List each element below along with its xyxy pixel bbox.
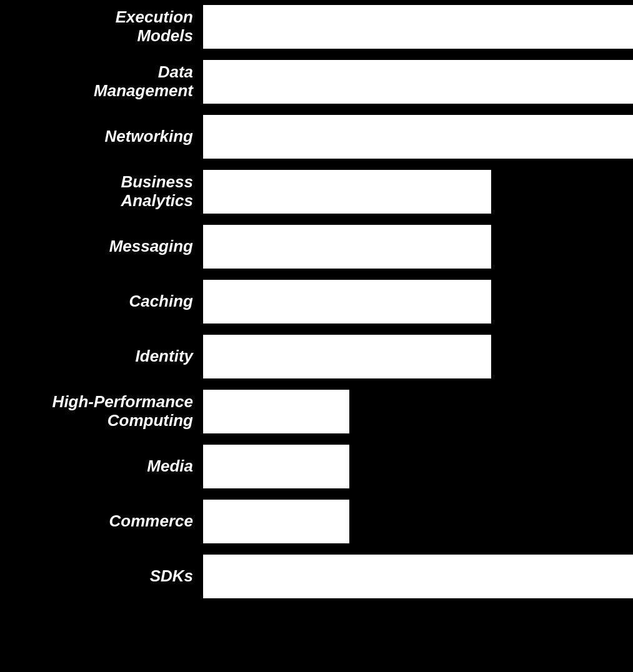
bar-data-management — [203, 60, 633, 104]
bar-execution-models — [203, 5, 633, 49]
label-cell-business-analytics: BusinessAnalytics — [0, 165, 203, 219]
bar-row-caching: Caching — [0, 275, 633, 330]
label-cell-data-management: DataManagement — [0, 55, 203, 109]
label-sdks: SDKs — [150, 567, 193, 586]
label-cell-high-performance-computing: High-PerformanceComputing — [0, 385, 203, 438]
bar-cell-high-performance-computing — [203, 385, 633, 438]
label-execution-models: ExecutionModels — [116, 8, 193, 46]
label-caching: Caching — [129, 292, 193, 311]
label-identity: Identity — [136, 347, 193, 366]
label-networking: Networking — [104, 127, 193, 146]
bar-row-high-performance-computing: High-PerformanceComputing — [0, 385, 633, 440]
bar-cell-sdks — [203, 550, 633, 603]
label-cell-messaging: Messaging — [0, 220, 203, 274]
label-cell-media: Media — [0, 440, 203, 493]
bar-messaging — [203, 225, 491, 269]
bar-commerce — [203, 500, 349, 543]
label-business-analytics: BusinessAnalytics — [121, 173, 193, 210]
label-cell-sdks: SDKs — [0, 550, 203, 603]
bar-sdks — [203, 555, 633, 598]
label-commerce: Commerce — [109, 512, 193, 531]
label-cell-networking: Networking — [0, 110, 203, 164]
bar-cell-networking — [203, 110, 633, 164]
bar-row-media: Media — [0, 440, 633, 495]
bar-networking — [203, 115, 633, 159]
bar-row-identity: Identity — [0, 330, 633, 385]
bar-caching — [203, 280, 491, 324]
bar-cell-commerce — [203, 495, 633, 548]
label-cell-caching: Caching — [0, 275, 203, 329]
bar-cell-media — [203, 440, 633, 493]
bar-identity — [203, 335, 491, 378]
bar-cell-messaging — [203, 220, 633, 274]
bar-high-performance-computing — [203, 390, 349, 433]
bar-row-sdks: SDKs — [0, 550, 633, 605]
bar-cell-caching — [203, 275, 633, 329]
bar-cell-identity — [203, 330, 633, 383]
bar-row-messaging: Messaging — [0, 220, 633, 275]
bar-row-networking: Networking — [0, 110, 633, 165]
bar-media — [203, 445, 349, 488]
label-cell-execution-models: ExecutionModels — [0, 0, 203, 54]
label-media: Media — [147, 457, 193, 476]
label-cell-commerce: Commerce — [0, 495, 203, 548]
bar-row-business-analytics: BusinessAnalytics — [0, 165, 633, 220]
bar-cell-data-management — [203, 55, 633, 109]
bar-cell-business-analytics — [203, 165, 633, 219]
chart-container: ExecutionModelsDataManagementNetworkingB… — [0, 0, 633, 672]
bar-business-analytics — [203, 170, 491, 214]
label-messaging: Messaging — [109, 237, 193, 256]
label-data-management: DataManagement — [94, 63, 193, 101]
bar-row-data-management: DataManagement — [0, 55, 633, 110]
label-high-performance-computing: High-PerformanceComputing — [52, 393, 193, 430]
bar-row-execution-models: ExecutionModels — [0, 0, 633, 55]
bar-cell-execution-models — [203, 0, 633, 54]
label-cell-identity: Identity — [0, 330, 203, 383]
bar-row-commerce: Commerce — [0, 495, 633, 550]
